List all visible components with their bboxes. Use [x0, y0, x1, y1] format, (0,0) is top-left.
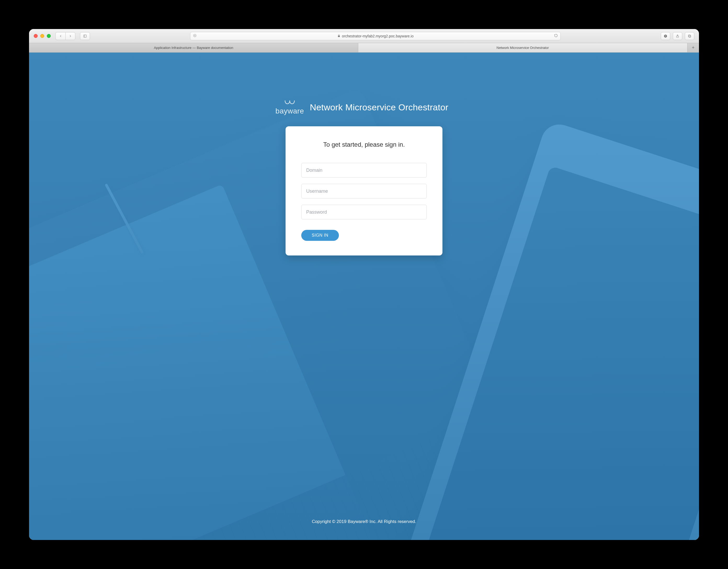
close-window-button[interactable] [34, 34, 38, 38]
bayware-logo: bayware [275, 100, 304, 115]
share-button[interactable] [673, 32, 682, 40]
brand-row: bayware Network Microservice Orchestrato… [275, 100, 448, 115]
signin-card: To get started, please sign in. SIGN IN [286, 126, 442, 255]
address-bar[interactable]: orchestrator-myfab2.myorg2.poc.bayware.i… [190, 32, 561, 40]
fullscreen-window-button[interactable] [47, 34, 51, 38]
tab-strip: Application Infrastructure — Bayware doc… [29, 43, 699, 53]
page-content: bayware Network Microservice Orchestrato… [29, 53, 699, 540]
copyright-text: Copyright © 2019 Bayware® Inc. All Right… [29, 519, 699, 524]
tab-label: Application Infrastructure — Bayware doc… [154, 46, 233, 50]
logo-text-prefix: bay [275, 107, 288, 115]
forward-button[interactable] [65, 32, 75, 40]
signin-heading: To get started, please sign in. [301, 141, 427, 148]
browser-window: orchestrator-myfab2.myorg2.poc.bayware.i… [29, 29, 699, 540]
reload-icon[interactable] [554, 34, 558, 38]
sidebar-toggle-button[interactable] [80, 32, 90, 40]
window-controls [34, 34, 51, 38]
address-bar-container: orchestrator-myfab2.myorg2.poc.bayware.i… [95, 32, 656, 40]
history-nav [55, 32, 75, 40]
svg-rect-5 [338, 36, 340, 37]
tab-documentation[interactable]: Application Infrastructure — Bayware doc… [29, 43, 358, 52]
downloads-button[interactable] [661, 32, 670, 40]
page-viewport: bayware Network Microservice Orchestrato… [29, 53, 699, 540]
address-bar-host: orchestrator-myfab2.myorg2.poc.bayware.i… [342, 34, 414, 38]
svg-rect-8 [689, 35, 691, 37]
minimize-window-button[interactable] [40, 34, 44, 38]
back-button[interactable] [55, 32, 65, 40]
tab-label: Network Microservice Orchestrator [497, 46, 549, 50]
app-title: Network Microservice Orchestrator [310, 102, 448, 112]
logo-mark-icon [282, 100, 297, 108]
signin-button[interactable]: SIGN IN [301, 230, 339, 241]
domain-field[interactable] [301, 163, 427, 178]
logo-text-suffix: ware [288, 107, 304, 115]
tab-orchestrator[interactable]: Network Microservice Orchestrator [358, 43, 687, 52]
password-field[interactable] [301, 205, 427, 219]
username-field[interactable] [301, 184, 427, 198]
new-tab-button[interactable]: + [687, 43, 699, 52]
svg-rect-0 [84, 35, 87, 37]
toolbar-right [661, 32, 694, 40]
site-settings-icon[interactable] [193, 34, 197, 38]
tabs-overview-button[interactable] [685, 32, 694, 40]
browser-toolbar: orchestrator-myfab2.myorg2.poc.bayware.i… [29, 29, 699, 43]
lock-icon [337, 34, 340, 38]
svg-rect-9 [688, 35, 690, 37]
